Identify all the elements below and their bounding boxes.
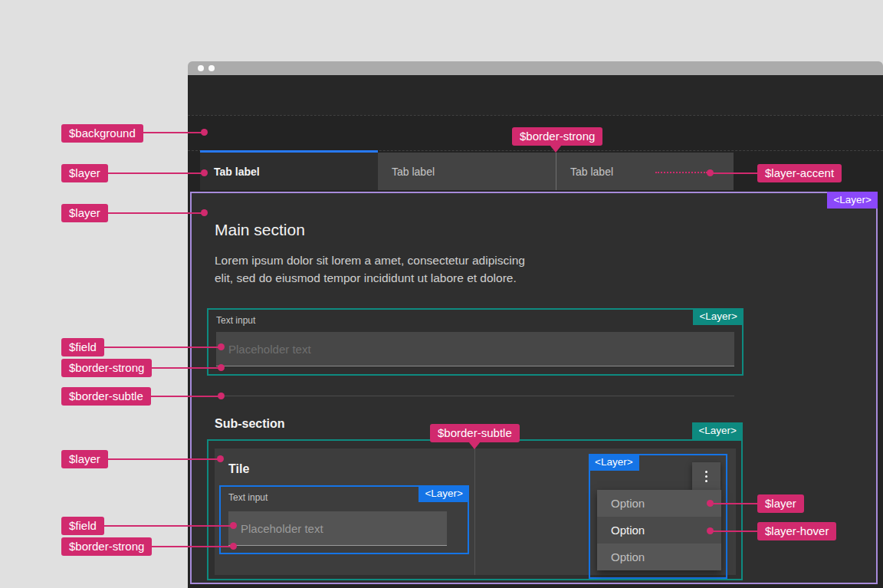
annotation-field-tile: $field bbox=[61, 517, 104, 535]
overflow-menu: Option Option Option bbox=[597, 490, 721, 570]
tile-heading: Tile bbox=[228, 462, 249, 476]
sub-section-layer-outline: <Layer> Tile <Layer> Text input <Layer> bbox=[207, 439, 743, 580]
annotation-border-subtle-main: $border-subtle bbox=[61, 387, 151, 406]
annotation-dot bbox=[201, 209, 208, 216]
tile-subtle-divider bbox=[474, 448, 475, 575]
annotation-tail bbox=[550, 145, 562, 153]
annotation-line bbox=[99, 347, 222, 348]
text-input-label: Text input bbox=[228, 492, 268, 503]
menu-option[interactable]: Option bbox=[597, 544, 721, 570]
annotation-tail bbox=[468, 442, 481, 449]
annotation-layer-main: $layer bbox=[61, 204, 108, 222]
browser-chrome-area bbox=[188, 75, 883, 115]
menu-option[interactable]: Option bbox=[597, 490, 721, 517]
annotation-field-main: $field bbox=[61, 338, 104, 356]
overflow-menu-icon bbox=[705, 471, 707, 482]
annotation-line bbox=[136, 132, 205, 133]
layer-badge: <Layer> bbox=[692, 422, 743, 439]
layer-badge: <Layer> bbox=[827, 192, 878, 209]
annotation-layer-menu: $layer bbox=[757, 494, 804, 513]
layer-badge: <Layer> bbox=[693, 308, 743, 325]
browser-titlebar bbox=[188, 61, 883, 75]
annotation-layer-tab: $layer bbox=[61, 164, 108, 182]
annotation-dot bbox=[707, 500, 714, 507]
annotation-border-strong-main: $border-strong bbox=[61, 359, 152, 377]
annotation-line bbox=[147, 396, 222, 397]
dropdown-layer-outline: <Layer> Option Option Option bbox=[589, 454, 727, 579]
body-line: Lorem ipsum dolor sit lorem a amet, cons… bbox=[215, 251, 525, 269]
window-control-dot-icon bbox=[208, 65, 215, 71]
layer-badge: <Layer> bbox=[419, 485, 469, 502]
annotation-border-strong-tile: $border-strong bbox=[61, 537, 152, 556]
annotation-border-subtle-tile: $border-subtle bbox=[430, 424, 520, 442]
text-input-layer-outline: <Layer> Text input bbox=[207, 308, 743, 376]
annotation-dot bbox=[218, 343, 225, 350]
tile-input-layer-outline: <Layer> Text input bbox=[219, 485, 469, 554]
tab-selected[interactable]: Tab label bbox=[200, 150, 378, 190]
annotation-dot bbox=[218, 393, 225, 399]
main-section-heading: Main section bbox=[215, 221, 305, 239]
annotation-dot bbox=[217, 455, 224, 462]
annotation-line bbox=[102, 172, 205, 174]
body-line: elit, sed do eiusmod tempor incididunt u… bbox=[215, 269, 525, 287]
menu-option-hovered[interactable]: Option bbox=[597, 517, 721, 544]
annotation-dot bbox=[230, 543, 237, 550]
annotation-line bbox=[149, 367, 222, 369]
tab-label: Tab label bbox=[570, 166, 613, 178]
annotation-dot bbox=[230, 522, 237, 529]
annotation-line bbox=[102, 458, 221, 460]
tile-text-input-field[interactable] bbox=[228, 511, 447, 546]
annotation-dot bbox=[218, 364, 225, 371]
annotation-line bbox=[711, 531, 757, 532]
text-input-field[interactable] bbox=[216, 332, 734, 366]
sub-section-heading: Sub-section bbox=[215, 417, 285, 431]
annotation-border-strong-tabs: $border-strong bbox=[512, 127, 602, 146]
tab-label: Tab label bbox=[214, 166, 260, 178]
annotation-dot bbox=[707, 169, 714, 176]
annotation-line bbox=[149, 546, 234, 547]
annotation-dot bbox=[201, 169, 208, 176]
overflow-menu-button[interactable] bbox=[692, 462, 721, 490]
tab-unselected-1[interactable]: Tab label bbox=[378, 153, 556, 190]
tile: Tile <Layer> Text input <Layer> bbox=[215, 448, 736, 575]
window-control-dot-icon bbox=[198, 65, 204, 71]
annotation-dot bbox=[201, 129, 208, 136]
annotation-layer-hover-menu: $layer-hover bbox=[757, 522, 836, 540]
annotation-layer-accent: $layer-accent bbox=[757, 164, 842, 182]
tab-label: Tab label bbox=[392, 166, 435, 178]
annotation-line bbox=[99, 525, 234, 527]
annotation-layer-tile: $layer bbox=[61, 450, 108, 468]
annotation-line bbox=[711, 172, 757, 174]
annotation-line bbox=[711, 503, 757, 504]
layer-badge: <Layer> bbox=[589, 454, 639, 471]
subtle-divider bbox=[215, 396, 734, 396]
text-input-label: Text input bbox=[216, 315, 255, 326]
annotation-line bbox=[102, 212, 205, 214]
annotation-background: $background bbox=[61, 124, 143, 143]
annotation-dot bbox=[707, 527, 714, 534]
main-section-body: Lorem ipsum dolor sit lorem a amet, cons… bbox=[215, 251, 525, 287]
canvas: Tab label Tab label Tab label <Layer> Ma… bbox=[0, 0, 883, 588]
annotation-dotted-line bbox=[655, 172, 707, 173]
